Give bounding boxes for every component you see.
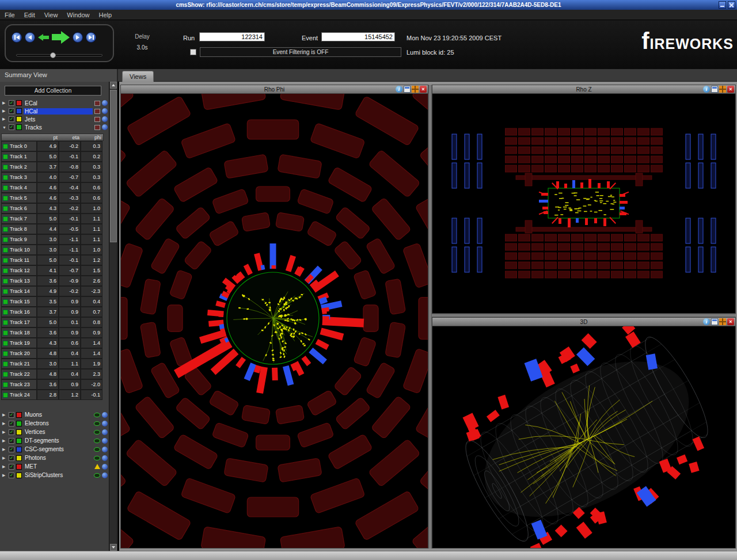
- delay-slider[interactable]: [16, 54, 102, 56]
- visibility-checkbox[interactable]: ✓: [9, 412, 14, 418]
- eye-icon[interactable]: [94, 430, 100, 435]
- track-row[interactable]: Track 144.9-0.2-2.3: [1, 286, 104, 296]
- undock-icon[interactable]: [404, 86, 411, 93]
- track-row[interactable]: Track 54.6-0.30.6: [1, 193, 104, 203]
- color-swatch[interactable]: [16, 455, 22, 461]
- sidebar-scrollbar[interactable]: [109, 82, 117, 551]
- menu-view[interactable]: View: [40, 11, 63, 19]
- track-row[interactable]: Track 84.4-0.51.1: [1, 224, 104, 234]
- track-row[interactable]: Track 175.00.10.8: [1, 317, 104, 327]
- color-swatch[interactable]: [16, 473, 22, 478]
- track-row[interactable]: Track 124.1-0.71.5: [1, 265, 104, 276]
- color-swatch[interactable]: [16, 116, 22, 122]
- track-row[interactable]: Track 224.80.42.3: [1, 369, 104, 379]
- focus-icon[interactable]: [102, 455, 108, 461]
- visibility-checkbox[interactable]: ✓: [9, 464, 14, 470]
- visibility-checkbox[interactable]: ✓: [9, 473, 14, 478]
- focus-icon[interactable]: [102, 412, 108, 418]
- undock-icon[interactable]: [711, 86, 718, 93]
- expand-icon[interactable]: ▶: [2, 430, 7, 435]
- visibility-checkbox[interactable]: ✓: [9, 100, 14, 106]
- color-swatch[interactable]: [16, 447, 22, 452]
- expand-icon[interactable]: ▶: [2, 421, 7, 426]
- threed-title-bar[interactable]: 3D i ×: [432, 318, 735, 326]
- track-row[interactable]: Track 163.70.90.7: [1, 307, 104, 317]
- eye-icon[interactable]: [94, 413, 100, 417]
- expand-icon[interactable]: ▶: [2, 464, 7, 469]
- track-row[interactable]: Track 23.7-0.80.3: [1, 162, 104, 172]
- collection-item-dt-segments[interactable]: ▶✓DT-segments: [0, 436, 117, 445]
- color-swatch[interactable]: [16, 108, 22, 114]
- tab-summary-view[interactable]: Summary View: [0, 69, 118, 82]
- collection-item-csc-segments[interactable]: ▶✓CSC-segments: [0, 445, 117, 454]
- info-icon[interactable]: i: [703, 318, 710, 325]
- column-header[interactable]: eta: [59, 134, 81, 140]
- scrollbar-thumb[interactable]: [110, 90, 117, 242]
- layout-icon[interactable]: [719, 318, 726, 325]
- focus-icon[interactable]: [102, 124, 108, 130]
- eye-icon[interactable]: [94, 439, 100, 443]
- expand-icon[interactable]: ▶: [2, 473, 7, 478]
- collection-item-tracks[interactable]: ▼✓Tracks: [0, 123, 117, 131]
- menu-help[interactable]: Help: [94, 11, 116, 19]
- track-row[interactable]: Track 204.80.41.4: [1, 348, 104, 359]
- track-row[interactable]: Track 153.50.90.4: [1, 296, 104, 307]
- collection-item-electrons[interactable]: ▶✓Electrons: [0, 419, 117, 428]
- track-row[interactable]: Track 04.9-0.20.3: [1, 141, 104, 151]
- color-picker-icon[interactable]: [94, 125, 100, 130]
- expand-icon[interactable]: ▶: [2, 456, 7, 460]
- layout-icon[interactable]: [719, 86, 726, 93]
- expand-icon[interactable]: ▶: [2, 117, 7, 121]
- threed-view[interactable]: [432, 326, 735, 548]
- collection-item-muons[interactable]: ▶✓Muons: [0, 410, 117, 419]
- close-view-icon[interactable]: ×: [727, 86, 734, 93]
- add-collection-button[interactable]: Add Collection: [5, 86, 101, 96]
- minimize-icon[interactable]: [719, 1, 726, 9]
- collection-item-sistripclusters[interactable]: ▶✓SiStripClusters: [0, 471, 117, 479]
- visibility-checkbox[interactable]: ✓: [9, 429, 14, 435]
- event-input[interactable]: 15145452: [321, 32, 395, 41]
- close-icon[interactable]: [728, 1, 735, 9]
- track-row[interactable]: Track 34.0-0.70.3: [1, 172, 104, 182]
- run-input[interactable]: 122314: [199, 32, 265, 41]
- visibility-checkbox[interactable]: ✓: [9, 438, 14, 444]
- expand-icon[interactable]: ▶: [2, 447, 7, 452]
- color-swatch[interactable]: [16, 464, 22, 470]
- focus-icon[interactable]: [102, 421, 108, 426]
- event-filter-checkbox[interactable]: [190, 49, 196, 55]
- previous-event-button[interactable]: [25, 32, 35, 43]
- focus-icon[interactable]: [102, 116, 108, 122]
- tab-views[interactable]: Views: [122, 71, 154, 82]
- track-row[interactable]: Track 115.0-0.11.2: [1, 255, 104, 265]
- track-row[interactable]: Track 242.81.2-0.1: [1, 390, 104, 400]
- track-row[interactable]: Track 64.3-0.21.0: [1, 203, 104, 214]
- visibility-checkbox[interactable]: ✓: [9, 108, 14, 114]
- info-icon[interactable]: i: [396, 86, 402, 93]
- focus-icon[interactable]: [102, 100, 108, 106]
- close-view-icon[interactable]: ×: [727, 318, 734, 325]
- visibility-checkbox[interactable]: ✓: [9, 447, 14, 452]
- color-picker-icon[interactable]: [94, 117, 100, 122]
- column-header[interactable]: phi: [81, 134, 103, 140]
- eye-icon[interactable]: [94, 421, 100, 426]
- focus-icon[interactable]: [102, 438, 108, 444]
- scroll-up-icon[interactable]: [110, 82, 117, 89]
- delay-slider-thumb[interactable]: [50, 52, 56, 58]
- collection-item-vertices[interactable]: ▶✓Vertices: [0, 428, 117, 436]
- track-row[interactable]: Track 75.0-0.11.1: [1, 214, 104, 224]
- menu-file[interactable]: File: [0, 11, 20, 19]
- color-swatch[interactable]: [16, 421, 22, 426]
- eye-icon[interactable]: [94, 473, 100, 478]
- visibility-checkbox[interactable]: ✓: [9, 124, 14, 130]
- track-row[interactable]: Track 93.0-1.11.1: [1, 234, 104, 245]
- event-filter-button[interactable]: Event Filtering is OFF: [200, 47, 401, 57]
- step-back-icon[interactable]: [38, 34, 49, 41]
- track-row[interactable]: Track 15.0-0.10.2: [1, 151, 104, 162]
- info-icon[interactable]: i: [703, 86, 710, 93]
- collection-item-photons[interactable]: ▶✓Photons: [0, 454, 117, 462]
- visibility-checkbox[interactable]: ✓: [9, 116, 14, 122]
- layout-icon[interactable]: [412, 86, 419, 93]
- menu-window[interactable]: Window: [62, 11, 94, 19]
- eye-icon[interactable]: [94, 447, 100, 452]
- collection-item-hcal[interactable]: ▶✓HCal: [0, 107, 117, 115]
